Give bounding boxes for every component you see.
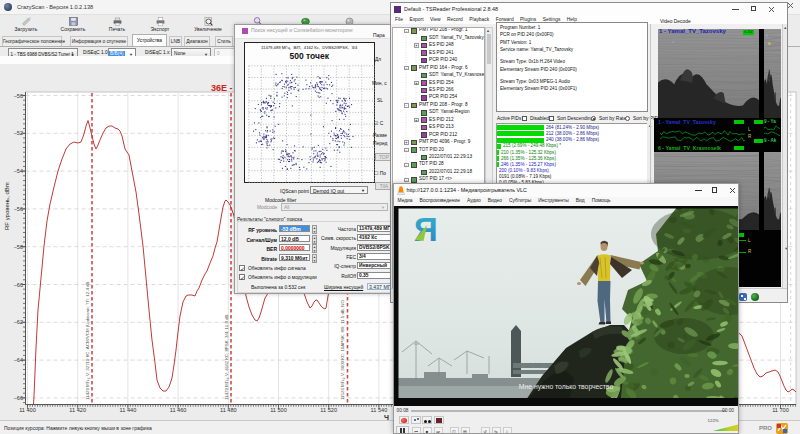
svg-text:11526 МГц; V; 3609 КС; 16APSK;: 11526 МГц; V; 3609 КС; 16APSK; 8/9; 11.5… [340,300,345,400]
svg-text:RF уровень, dBm: RF уровень, dBm [4,182,10,230]
svg-text:11429 МГц; V; 32719 КС; ACM/VC: 11429 МГц; V; 32719 КС; ACM/VCM (Unknown… [85,282,90,400]
svg-text:11479 МГц; V; 4162 КС; 8PSK; 3: 11479 МГц; V; 4162 КС; 8PSK; 3/4; 11.8 d… [224,315,229,400]
svg-text:Мне нужно только творчество: Мне нужно только творчество [518,383,613,391]
